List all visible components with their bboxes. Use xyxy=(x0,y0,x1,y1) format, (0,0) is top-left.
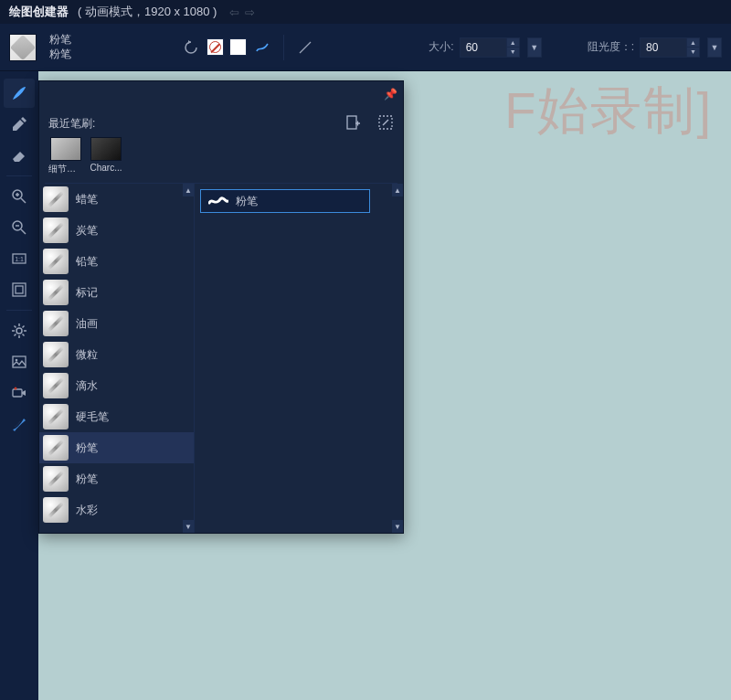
brush-category-icon xyxy=(43,186,69,212)
brush-name-line2: 粉笔 xyxy=(49,48,71,62)
zoom-fit-tool[interactable] xyxy=(4,275,35,304)
brush-category-icon xyxy=(43,280,69,305)
brush-category-list: ▲ 蜡笔炭笔铅笔标记油画微粒滴水硬毛笔粉笔粉笔水彩 ▼ xyxy=(39,184,195,533)
preset-stroke-icon xyxy=(208,196,228,207)
zoom-in-tool[interactable] xyxy=(4,182,35,211)
sidebar-divider xyxy=(6,175,32,176)
brush-category-item[interactable]: 蜡笔 xyxy=(39,184,194,215)
brush-stroke-icon xyxy=(10,34,36,59)
category-scroll-up-icon[interactable]: ▲ xyxy=(183,184,194,196)
size-input[interactable] xyxy=(461,38,506,57)
size-label: 大小: xyxy=(429,39,453,55)
title-bar: 绘图创建器 ( 动画模式，1920 x 1080 ) ⇦ ⇨ xyxy=(0,0,731,24)
brush-category-item[interactable]: 粉笔 xyxy=(39,432,194,463)
settings-tool[interactable] xyxy=(4,316,35,345)
freehand-stroke-icon[interactable] xyxy=(252,37,272,58)
brush-category-icon xyxy=(43,342,69,367)
brush-settings-icon[interactable] xyxy=(377,114,394,131)
brush-category-label: 标记 xyxy=(76,285,98,301)
opacity-input[interactable] xyxy=(641,38,686,57)
category-scroll-down-icon[interactable]: ▼ xyxy=(183,520,194,533)
opacity-increment-icon[interactable]: ▲ xyxy=(687,38,699,48)
brush-category-icon xyxy=(43,311,69,336)
recent-brush-item[interactable]: Charc... xyxy=(89,137,123,175)
opacity-param: 阻光度：: ▲ ▼ ▼ xyxy=(588,37,722,58)
size-dropdown-icon[interactable]: ▼ xyxy=(527,37,542,58)
left-sidebar: 1:1 xyxy=(0,71,38,700)
sidebar-divider xyxy=(6,310,32,311)
svg-point-14 xyxy=(16,359,18,362)
eyedropper-tool[interactable] xyxy=(4,110,35,139)
brush-category-item[interactable]: 微粒 xyxy=(39,339,194,370)
brush-category-item[interactable]: 粉笔 xyxy=(39,463,194,494)
pin-panel-icon[interactable]: 📌 xyxy=(383,87,397,101)
recent-brushes-row: 细节喷枪 Charc... xyxy=(39,133,403,183)
brush-category-label: 油画 xyxy=(76,316,98,332)
brush-category-icon xyxy=(43,373,69,398)
recent-brush-thumb-icon xyxy=(90,137,122,161)
svg-line-0 xyxy=(300,42,311,53)
zoom-out-tool[interactable] xyxy=(4,213,35,242)
recent-brush-label: Charc... xyxy=(89,163,123,173)
brush-tool[interactable] xyxy=(4,79,35,108)
opacity-decrement-icon[interactable]: ▼ xyxy=(687,48,699,57)
brush-name-column: 粉笔 粉笔 xyxy=(49,33,71,61)
record-tool[interactable] xyxy=(4,378,35,408)
svg-line-6 xyxy=(21,229,26,234)
size-increment-icon[interactable]: ▲ xyxy=(507,38,519,48)
brush-category-item[interactable]: 标记 xyxy=(39,277,194,308)
size-param: 大小: ▲ ▼ ▼ xyxy=(429,37,541,58)
opacity-label: 阻光度：: xyxy=(588,39,634,55)
zoom-actual-tool[interactable]: 1:1 xyxy=(4,244,35,273)
eraser-tool[interactable] xyxy=(4,141,35,170)
recent-brush-label: 细节喷枪 xyxy=(48,163,83,175)
brush-category-item[interactable]: 炭笔 xyxy=(39,215,194,246)
image-tool[interactable] xyxy=(4,347,35,377)
brush-category-item[interactable]: 硬毛笔 xyxy=(39,401,194,432)
brush-category-item[interactable]: 铅笔 xyxy=(39,246,194,277)
svg-text:1:1: 1:1 xyxy=(15,256,24,262)
brush-category-label: 蜡笔 xyxy=(76,192,98,207)
brush-name-line1: 粉笔 xyxy=(49,33,71,48)
line-tool-icon[interactable] xyxy=(295,37,315,58)
size-decrement-icon[interactable]: ▼ xyxy=(507,48,519,57)
nav-back-icon[interactable]: ⇦ xyxy=(229,5,239,19)
brush-category-icon xyxy=(43,249,69,274)
svg-rect-11 xyxy=(16,286,23,293)
brush-preset-list: ▲ 粉笔 ▼ xyxy=(195,184,403,533)
brush-mode-group xyxy=(181,35,315,60)
preset-scroll-down-icon[interactable]: ▼ xyxy=(392,520,403,533)
brush-category-label: 炭笔 xyxy=(76,223,98,239)
preset-label: 粉笔 xyxy=(236,194,258,209)
recent-brush-item[interactable]: 细节喷枪 xyxy=(48,137,83,175)
brush-category-item[interactable]: 水彩 xyxy=(39,494,194,525)
brush-category-item[interactable]: 滴水 xyxy=(39,370,194,401)
nav-forward-icon[interactable]: ⇨ xyxy=(245,5,255,19)
foreground-color-swatch[interactable] xyxy=(229,38,247,56)
effects-tool[interactable] xyxy=(4,409,35,439)
svg-point-12 xyxy=(16,328,22,334)
brush-category-label: 水彩 xyxy=(76,503,98,518)
recent-brush-thumb-icon xyxy=(50,137,81,161)
brush-category-icon xyxy=(43,217,69,243)
opacity-spinbox[interactable]: ▲ ▼ xyxy=(640,37,700,58)
brush-category-label: 滴水 xyxy=(76,378,98,394)
svg-rect-10 xyxy=(13,283,26,296)
new-brush-icon[interactable] xyxy=(344,114,361,131)
preset-scroll-up-icon[interactable]: ▲ xyxy=(392,184,403,196)
svg-rect-17 xyxy=(347,116,356,129)
svg-line-2 xyxy=(21,198,26,203)
reset-brush-icon[interactable] xyxy=(181,37,201,58)
app-subtitle: ( 动画模式，1920 x 1080 ) xyxy=(78,4,217,20)
svg-rect-15 xyxy=(13,389,22,397)
no-blend-swatch-icon[interactable] xyxy=(207,38,224,56)
toolbar: 粉笔 粉笔 大小: ▲ ▼ ▼ 阻光度：: xyxy=(0,24,731,71)
toolbar-separator xyxy=(283,35,284,60)
brush-preview[interactable] xyxy=(9,34,37,61)
svg-point-16 xyxy=(15,387,17,390)
brush-category-label: 铅笔 xyxy=(76,254,98,270)
opacity-dropdown-icon[interactable]: ▼ xyxy=(707,37,722,58)
size-spinbox[interactable]: ▲ ▼ xyxy=(460,37,520,58)
brush-preset-item[interactable]: 粉笔 xyxy=(200,189,370,213)
brush-category-item[interactable]: 油画 xyxy=(39,308,194,339)
